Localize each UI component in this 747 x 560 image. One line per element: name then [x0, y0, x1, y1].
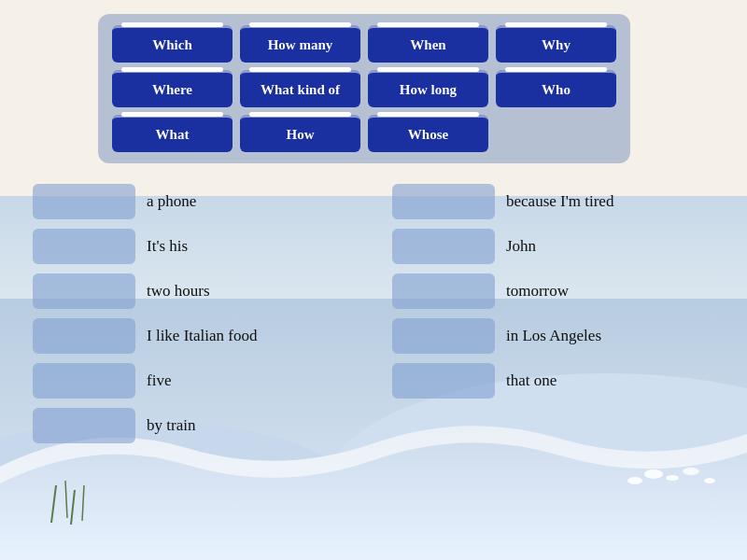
wh-button-what[interactable]: What — [112, 115, 233, 152]
wh-buttons-panel: WhichHow manyWhenWhyWhereWhat kind ofHow… — [98, 14, 630, 163]
answer-label: because I'm tired — [506, 192, 613, 211]
wh-button-what-kind-of[interactable]: What kind of — [240, 70, 360, 107]
answer-item-right-0: because I'm tired — [392, 184, 714, 219]
svg-point-9 — [666, 475, 679, 481]
answer-label: in Los Angeles — [506, 327, 601, 345]
answers-section: a phonebecause I'm tiredIt's hisJohntwo … — [19, 184, 728, 447]
wh-button-why[interactable]: Why — [496, 25, 616, 63]
answer-label: a phone — [147, 192, 196, 211]
svg-point-7 — [627, 477, 642, 484]
svg-point-10 — [683, 468, 699, 475]
answer-drag-box[interactable] — [33, 273, 135, 309]
answer-drag-box[interactable] — [33, 229, 135, 264]
answer-drag-box[interactable] — [33, 363, 135, 399]
svg-point-8 — [644, 469, 663, 479]
answer-item-right-3: in Los Angeles — [392, 318, 714, 354]
answer-item-left-2: two hours — [33, 273, 355, 309]
answer-item-left-0: a phone — [33, 184, 355, 219]
answer-label: It's his — [147, 237, 188, 256]
answer-label: that one — [506, 371, 557, 390]
answer-drag-box[interactable] — [33, 318, 135, 354]
answer-label: two hours — [147, 282, 210, 301]
answer-item-right-1: John — [392, 229, 714, 264]
answer-drag-box[interactable] — [392, 229, 495, 264]
answer-label: I like Italian food — [147, 327, 258, 345]
answer-label: five — [147, 371, 171, 390]
answer-item-right-2: tomorrow — [392, 273, 714, 309]
answer-item-left-4: five — [33, 363, 355, 399]
answer-label: tomorrow — [506, 282, 569, 301]
answer-label: by train — [147, 416, 195, 435]
answer-item-left-5: by train — [33, 408, 355, 443]
answer-item-right-5 — [392, 408, 714, 443]
answer-drag-box[interactable] — [392, 184, 495, 219]
main-content: WhichHow manyWhenWhyWhereWhat kind ofHow… — [0, 0, 747, 461]
answer-drag-box[interactable] — [33, 408, 135, 443]
answer-drag-box[interactable] — [33, 184, 135, 219]
answer-drag-box[interactable] — [392, 318, 495, 354]
answer-item-left-1: It's his — [33, 229, 355, 264]
answer-label: John — [506, 237, 536, 256]
wh-button-which[interactable]: Which — [112, 25, 233, 63]
wh-button-where[interactable]: Where — [112, 70, 233, 107]
wh-button-how[interactable]: How — [240, 115, 360, 152]
wh-button-who[interactable]: Who — [496, 70, 616, 107]
wh-button-when[interactable]: When — [368, 25, 488, 63]
answer-drag-box[interactable] — [392, 273, 495, 309]
answer-item-right-4: that one — [392, 363, 714, 399]
answer-drag-box[interactable] — [392, 363, 495, 399]
svg-point-11 — [704, 478, 715, 483]
wh-button-whose[interactable]: Whose — [368, 115, 488, 152]
wh-button-how-long[interactable]: How long — [368, 70, 488, 107]
answer-item-left-3: I like Italian food — [33, 318, 355, 354]
wh-button-how-many[interactable]: How many — [240, 25, 360, 63]
